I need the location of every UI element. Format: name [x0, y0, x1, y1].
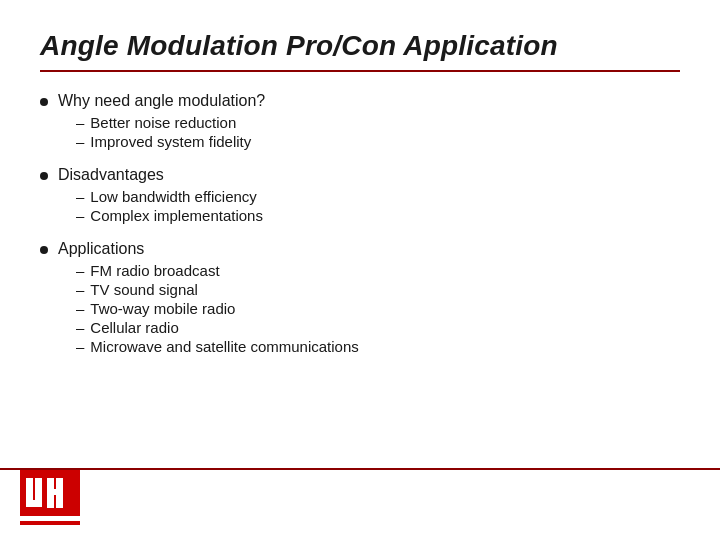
sub-text-3-4: Cellular radio: [90, 319, 178, 336]
sub-item-2-1: – Low bandwidth efficiency: [76, 188, 680, 205]
sub-items-3: – FM radio broadcast – TV sound signal –…: [76, 262, 680, 355]
title-underline: [40, 70, 680, 72]
uh-logo-svg: [20, 470, 80, 525]
bullet-section-1: Why need angle modulation? – Better nois…: [40, 92, 680, 150]
bullet-dot-1: [40, 98, 48, 106]
bullet-main-text-1: Why need angle modulation?: [58, 92, 265, 110]
sub-item-3-2: – TV sound signal: [76, 281, 680, 298]
bullet-section-3: Applications – FM radio broadcast – TV s…: [40, 240, 680, 355]
bullet-main-2: Disadvantages: [40, 166, 680, 184]
sub-dash-3-2: –: [76, 281, 84, 298]
sub-text-1-1: Better noise reduction: [90, 114, 236, 131]
sub-dash-3-4: –: [76, 319, 84, 336]
sub-dash-3-5: –: [76, 338, 84, 355]
bullet-section-2: Disadvantages – Low bandwidth efficiency…: [40, 166, 680, 224]
sub-item-3-5: – Microwave and satellite communications: [76, 338, 680, 355]
bullet-main-3: Applications: [40, 240, 680, 258]
sub-dash-3-1: –: [76, 262, 84, 279]
sub-item-1-1: – Better noise reduction: [76, 114, 680, 131]
sub-text-1-2: Improved system fidelity: [90, 133, 251, 150]
sub-item-3-3: – Two-way mobile radio: [76, 300, 680, 317]
sub-items-2: – Low bandwidth efficiency – Complex imp…: [76, 188, 680, 224]
sub-text-3-3: Two-way mobile radio: [90, 300, 235, 317]
bottom-line: [0, 468, 720, 470]
slide-title: Angle Modulation Pro/Con Application: [40, 30, 680, 62]
bullet-main-1: Why need angle modulation?: [40, 92, 680, 110]
slide-content: Why need angle modulation? – Better nois…: [40, 92, 680, 500]
sub-text-2-1: Low bandwidth efficiency: [90, 188, 257, 205]
svg-rect-6: [56, 478, 63, 508]
sub-dash-3-3: –: [76, 300, 84, 317]
bullet-dot-3: [40, 246, 48, 254]
sub-items-1: – Better noise reduction – Improved syst…: [76, 114, 680, 150]
sub-dash-2-2: –: [76, 207, 84, 224]
sub-text-2-2: Complex implementations: [90, 207, 263, 224]
sub-item-2-2: – Complex implementations: [76, 207, 680, 224]
sub-dash-1-1: –: [76, 114, 84, 131]
uh-logo: [20, 470, 80, 525]
sub-dash-2-1: –: [76, 188, 84, 205]
sub-text-3-5: Microwave and satellite communications: [90, 338, 358, 355]
sub-item-3-4: – Cellular radio: [76, 319, 680, 336]
sub-item-3-1: – FM radio broadcast: [76, 262, 680, 279]
sub-dash-1-2: –: [76, 133, 84, 150]
sub-item-1-2: – Improved system fidelity: [76, 133, 680, 150]
slide-container: Angle Modulation Pro/Con Application Why…: [0, 0, 720, 540]
bullet-main-text-3: Applications: [58, 240, 144, 258]
sub-text-3-1: FM radio broadcast: [90, 262, 219, 279]
bullet-main-text-2: Disadvantages: [58, 166, 164, 184]
bullet-dot-2: [40, 172, 48, 180]
svg-rect-7: [20, 516, 80, 521]
svg-rect-3: [35, 478, 42, 506]
sub-text-3-2: TV sound signal: [90, 281, 198, 298]
